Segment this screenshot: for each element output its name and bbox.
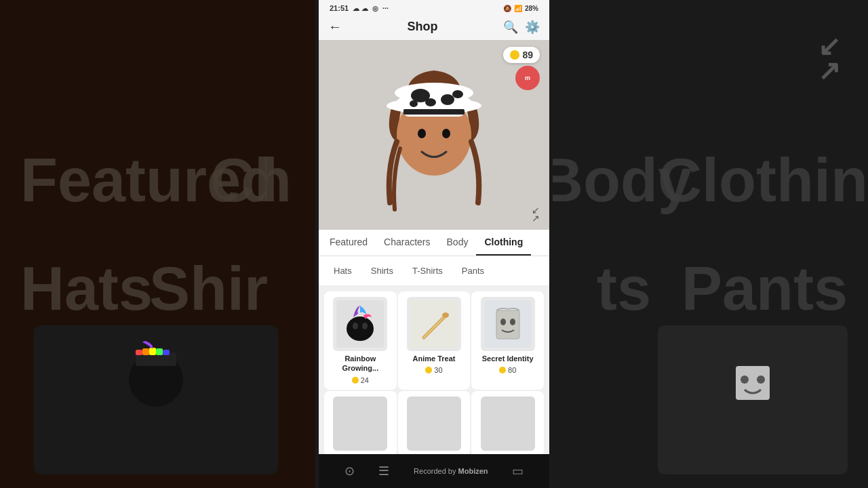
shop-title: Shop: [408, 20, 438, 34]
expand-button[interactable]: ↙ ↗: [532, 205, 540, 223]
tab-characters[interactable]: Characters: [376, 230, 438, 256]
item-thumb-4: [333, 396, 387, 451]
nav-icons: 🔍 ⚙️: [503, 20, 540, 35]
bg-clothing-text: Clothin: [658, 146, 868, 216]
item-4[interactable]: [324, 391, 397, 454]
bg-item-preview-right: [658, 325, 848, 474]
wifi-icon: 📶: [514, 5, 522, 12]
svg-point-34: [510, 319, 515, 325]
svg-rect-32: [496, 310, 519, 339]
android-back-button[interactable]: ⊙: [344, 464, 355, 479]
bg-left-panel: Featured Ch Hats Shir: [0, 0, 315, 488]
android-recents-button[interactable]: ▭: [512, 464, 524, 479]
svg-point-9: [757, 375, 765, 384]
coin-icon: [510, 50, 519, 60]
svg-rect-27: [410, 300, 458, 348]
phone: 21:51 ☁ ☁ ◎ ··· 🔕 📶 28% ← Shop 🔍 ⚙️: [319, 0, 549, 488]
back-button[interactable]: ←: [328, 19, 342, 35]
price-icon-3: [499, 367, 506, 373]
character-preview: 89 ↙ ↗ m: [319, 40, 549, 230]
svg-rect-2: [136, 350, 142, 355]
item-name-2: Anime Treat: [413, 354, 456, 363]
item-price-1: 24: [352, 376, 369, 384]
price-icon-2: [425, 367, 432, 373]
item-6[interactable]: [471, 391, 544, 454]
svg-point-17: [425, 98, 436, 106]
item-5[interactable]: [398, 391, 471, 454]
bg-hats-text: Hats: [20, 254, 153, 324]
status-bar: 21:51 ☁ ☁ ◎ ··· 🔕 📶 28%: [319, 0, 549, 16]
svg-point-19: [452, 90, 463, 98]
item-thumb-1: [333, 297, 387, 351]
main-tabs: Featured Characters Body Clothing: [319, 230, 549, 256]
price-value-1: 24: [361, 376, 369, 384]
character-svg: [366, 47, 502, 223]
item-name-3: Secret Identity: [482, 354, 534, 363]
items-grid: Rainbow Growing... 24 Anime Treat: [319, 286, 549, 454]
svg-rect-3: [142, 348, 149, 355]
svg-point-26: [362, 323, 368, 329]
item-price-3: 80: [499, 366, 516, 374]
item-secret-identity[interactable]: Secret Identity 80: [471, 291, 544, 390]
subtab-hats[interactable]: Hats: [327, 262, 359, 280]
svg-rect-7: [736, 366, 770, 400]
price-value-2: 30: [434, 366, 442, 374]
svg-point-25: [353, 323, 358, 329]
bg-shir-text: Shir: [149, 254, 268, 324]
location-icon: ◎: [372, 5, 378, 12]
subtab-tshirts[interactable]: T-Shirts: [406, 262, 450, 280]
sub-tabs: Hats Shirts T-Shirts Pants: [319, 256, 549, 286]
svg-point-18: [410, 100, 418, 107]
settings-icon[interactable]: ⚙️: [525, 20, 540, 35]
tab-clothing[interactable]: Clothing: [476, 230, 531, 256]
coin-badge: 89: [503, 47, 540, 63]
svg-point-30: [442, 312, 449, 318]
item-name-1: Rainbow Growing...: [330, 354, 391, 373]
item-thumb-6: [481, 396, 535, 451]
status-right: 🔕 📶 28%: [503, 5, 538, 12]
tab-body[interactable]: Body: [439, 230, 477, 256]
coin-count: 89: [522, 49, 533, 60]
top-nav: ← Shop 🔍 ⚙️: [319, 16, 549, 40]
android-home-button[interactable]: ☰: [378, 464, 389, 479]
bg-ts-text: ts: [597, 254, 651, 324]
svg-point-33: [500, 319, 506, 325]
cloud-icon: ☁ ☁: [353, 5, 368, 12]
item-rainbow-growing[interactable]: Rainbow Growing... 24: [324, 291, 397, 390]
svg-point-16: [441, 94, 454, 105]
svg-rect-6: [163, 350, 170, 355]
item-anime-treat[interactable]: Anime Treat 30: [398, 291, 471, 390]
bg-item-preview-left: [34, 325, 278, 474]
tab-featured[interactable]: Featured: [321, 230, 376, 256]
more-icon: ···: [382, 4, 389, 12]
svg-rect-5: [156, 348, 163, 355]
item-thumb-2: [407, 297, 461, 351]
svg-point-24: [347, 317, 374, 341]
item-thumb-3: [481, 297, 535, 351]
svg-rect-20: [403, 109, 465, 115]
subtab-pants[interactable]: Pants: [455, 262, 491, 280]
svg-point-22: [442, 129, 450, 138]
recorded-label: Recorded by Mobizen: [414, 467, 488, 475]
bg-pants-text: Pants: [682, 254, 848, 324]
robux-badge: m: [515, 66, 540, 90]
item-price-2: 30: [425, 366, 442, 374]
time: 21:51: [330, 4, 349, 12]
battery: 28%: [525, 5, 538, 12]
status-left: 21:51 ☁ ☁ ◎ ···: [330, 4, 389, 12]
svg-point-8: [741, 375, 749, 384]
bottom-nav-bar: ⊙ ☰ Recorded by Mobizen ▭: [319, 454, 549, 488]
price-value-3: 80: [508, 366, 516, 374]
subtab-shirts[interactable]: Shirts: [364, 262, 400, 280]
search-icon[interactable]: 🔍: [503, 20, 518, 35]
bg-ch-text: Ch: [210, 146, 292, 216]
svg-point-21: [418, 129, 426, 138]
mute-icon: 🔕: [503, 5, 511, 12]
item-thumb-5: [407, 396, 461, 451]
price-icon-1: [352, 377, 359, 384]
minimize-arrows: ↙ ↗: [818, 34, 841, 83]
